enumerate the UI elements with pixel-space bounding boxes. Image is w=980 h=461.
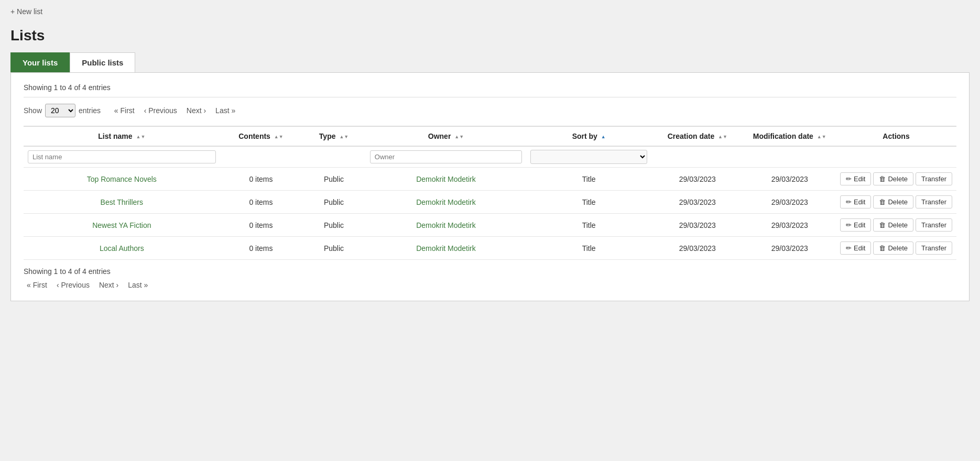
cell-type: Public <box>302 191 365 214</box>
cell-modification-date: 29/03/2023 <box>743 191 836 214</box>
list-name-link[interactable]: Newest YA Fiction <box>92 221 151 229</box>
list-name-filter-input[interactable] <box>28 150 216 163</box>
cell-list-name: Local Authors <box>24 237 220 260</box>
col-header-type[interactable]: Type ▲▼ <box>302 126 365 146</box>
cell-creation-date: 29/03/2023 <box>651 168 743 191</box>
owner-link[interactable]: Demokrit Modetirk <box>416 244 476 253</box>
delete-button[interactable]: 🗑 Delete <box>873 195 913 208</box>
cell-type: Public <box>302 214 365 237</box>
owner-filter-input[interactable] <box>370 150 522 163</box>
next-page-link-top[interactable]: Next › <box>183 105 209 116</box>
col-header-modification-date[interactable]: Modification date ▲▼ <box>743 126 836 146</box>
edit-button[interactable]: ✏ Edit <box>840 218 871 232</box>
owner-link[interactable]: Demokrit Modetirk <box>416 221 476 229</box>
delete-button[interactable]: 🗑 Delete <box>873 172 913 185</box>
cell-actions: ✏ Edit 🗑 Delete Transfer <box>836 214 956 237</box>
showing-text-bottom: Showing 1 to 4 of 4 entries <box>24 267 956 276</box>
cell-modification-date: 29/03/2023 <box>743 237 836 260</box>
next-page-link-bottom[interactable]: Next › <box>96 280 122 290</box>
tab-public-lists[interactable]: Public lists <box>70 52 135 72</box>
trash-icon: 🗑 <box>879 221 886 229</box>
sort-modification-icon: ▲▼ <box>817 135 826 139</box>
sort-creation-icon: ▲▼ <box>718 135 727 139</box>
cell-contents: 0 items <box>220 214 302 237</box>
col-header-actions: Actions <box>836 126 956 146</box>
tabs-container: Your lists Public lists <box>10 52 970 72</box>
cell-type: Public <box>302 168 365 191</box>
edit-button[interactable]: ✏ Edit <box>840 195 871 208</box>
cell-contents: 0 items <box>220 237 302 260</box>
delete-button[interactable]: 🗑 Delete <box>873 218 913 232</box>
pencil-icon: ✏ <box>846 244 852 252</box>
col-header-sort-by[interactable]: Sort by ▲ <box>526 126 651 146</box>
trash-icon: 🗑 <box>879 198 886 206</box>
sort-list-name-icon: ▲▼ <box>136 135 146 139</box>
owner-link[interactable]: Demokrit Modetirk <box>416 198 476 206</box>
cell-list-name: Best Thrillers <box>24 191 220 214</box>
sort-type-icon: ▲▼ <box>339 135 349 139</box>
first-page-link-bottom[interactable]: « First <box>24 280 50 290</box>
cell-owner: Demokrit Modetirk <box>366 214 526 237</box>
first-page-link-top[interactable]: « First <box>111 105 138 116</box>
table-row: Newest YA Fiction 0 items Public Demokri… <box>24 214 956 237</box>
cell-list-name: Top Romance Novels <box>24 168 220 191</box>
cell-sort-by: Title <box>526 168 651 191</box>
page-title: Lists <box>10 27 970 44</box>
previous-page-link-top[interactable]: ‹ Previous <box>141 105 180 116</box>
sort-sortby-icon: ▲ <box>601 135 606 139</box>
last-page-link-bottom[interactable]: Last » <box>125 280 151 290</box>
table-row: Best Thrillers 0 items Public Demokrit M… <box>24 191 956 214</box>
trash-icon: 🗑 <box>879 175 886 183</box>
cell-sort-by: Title <box>526 237 651 260</box>
cell-creation-date: 29/03/2023 <box>651 237 743 260</box>
new-list-button[interactable]: + New list <box>10 5 42 18</box>
pencil-icon: ✏ <box>846 175 852 183</box>
cell-actions: ✏ Edit 🗑 Delete Transfer <box>836 237 956 260</box>
transfer-button[interactable]: Transfer <box>916 242 952 255</box>
transfer-button[interactable]: Transfer <box>916 218 952 232</box>
lists-table: List name ▲▼ Contents ▲▼ Type ▲▼ Owner ▲… <box>24 126 956 260</box>
filter-list-name-cell <box>24 146 220 168</box>
cell-owner: Demokrit Modetirk <box>366 237 526 260</box>
edit-button[interactable]: ✏ Edit <box>840 242 871 255</box>
sort-contents-icon: ▲▼ <box>274 135 284 139</box>
col-header-creation-date[interactable]: Creation date ▲▼ <box>651 126 743 146</box>
cell-modification-date: 29/03/2023 <box>743 214 836 237</box>
cell-creation-date: 29/03/2023 <box>651 214 743 237</box>
owner-link[interactable]: Demokrit Modetirk <box>416 175 476 183</box>
entries-label: entries <box>79 106 101 115</box>
col-header-contents[interactable]: Contents ▲▼ <box>220 126 302 146</box>
main-content: Showing 1 to 4 of 4 entries Show 10 20 5… <box>10 72 970 301</box>
cell-creation-date: 29/03/2023 <box>651 191 743 214</box>
col-header-list-name[interactable]: List name ▲▼ <box>24 126 220 146</box>
transfer-button[interactable]: Transfer <box>916 172 952 185</box>
cell-modification-date: 29/03/2023 <box>743 168 836 191</box>
filter-creation-cell <box>651 146 743 168</box>
filter-modification-cell <box>743 146 836 168</box>
table-row: Top Romance Novels 0 items Public Demokr… <box>24 168 956 191</box>
cell-type: Public <box>302 237 365 260</box>
filter-type-cell <box>302 146 365 168</box>
cell-actions: ✏ Edit 🗑 Delete Transfer <box>836 168 956 191</box>
trash-icon: 🗑 <box>879 244 886 252</box>
cell-owner: Demokrit Modetirk <box>366 191 526 214</box>
edit-button[interactable]: ✏ Edit <box>840 172 871 185</box>
show-label: Show <box>24 106 42 115</box>
transfer-button[interactable]: Transfer <box>916 195 952 208</box>
list-name-link[interactable]: Top Romance Novels <box>87 175 157 183</box>
cell-contents: 0 items <box>220 191 302 214</box>
sort-owner-icon: ▲▼ <box>454 135 464 139</box>
list-name-link[interactable]: Best Thrillers <box>101 198 143 206</box>
delete-button[interactable]: 🗑 Delete <box>873 242 913 255</box>
sort-by-filter-select[interactable]: Title <box>530 150 647 164</box>
filter-actions-cell <box>836 146 956 168</box>
tab-your-lists[interactable]: Your lists <box>10 52 70 72</box>
col-header-owner[interactable]: Owner ▲▼ <box>366 126 526 146</box>
show-entries-select[interactable]: 10 20 50 100 <box>45 104 75 117</box>
filter-owner-cell <box>366 146 526 168</box>
list-name-link[interactable]: Local Authors <box>100 244 144 253</box>
previous-page-link-bottom[interactable]: ‹ Previous <box>53 280 93 290</box>
cell-owner: Demokrit Modetirk <box>366 168 526 191</box>
last-page-link-top[interactable]: Last » <box>212 105 238 116</box>
filter-sortby-cell: Title <box>526 146 651 168</box>
